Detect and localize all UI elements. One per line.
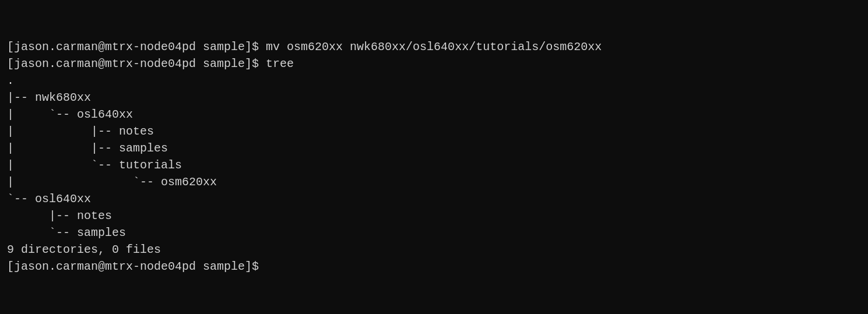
terminal-line: | |-- notes — [7, 123, 861, 140]
terminal-output: [jason.carman@mtrx-node04pd sample]$ mv … — [7, 38, 861, 275]
terminal-line: `-- samples — [7, 224, 861, 241]
terminal-line: [jason.carman@mtrx-node04pd sample]$ — [7, 258, 861, 275]
terminal-line: [jason.carman@mtrx-node04pd sample]$ mv … — [7, 38, 861, 55]
terminal-line: `-- osl640xx — [7, 190, 861, 207]
terminal-line: | `-- tutorials — [7, 157, 861, 174]
terminal-line: | `-- osm620xx — [7, 174, 861, 190]
terminal-line: | `-- osl640xx — [7, 106, 861, 123]
terminal-line: [jason.carman@mtrx-node04pd sample]$ tre… — [7, 55, 861, 72]
terminal-line: 9 directories, 0 files — [7, 241, 861, 258]
terminal-line: |-- nwk680xx — [7, 89, 861, 106]
terminal-line: . — [7, 72, 861, 89]
terminal-line: |-- notes — [7, 207, 861, 224]
terminal-window[interactable]: [jason.carman@mtrx-node04pd sample]$ mv … — [0, 0, 868, 314]
terminal-line: | |-- samples — [7, 140, 861, 157]
